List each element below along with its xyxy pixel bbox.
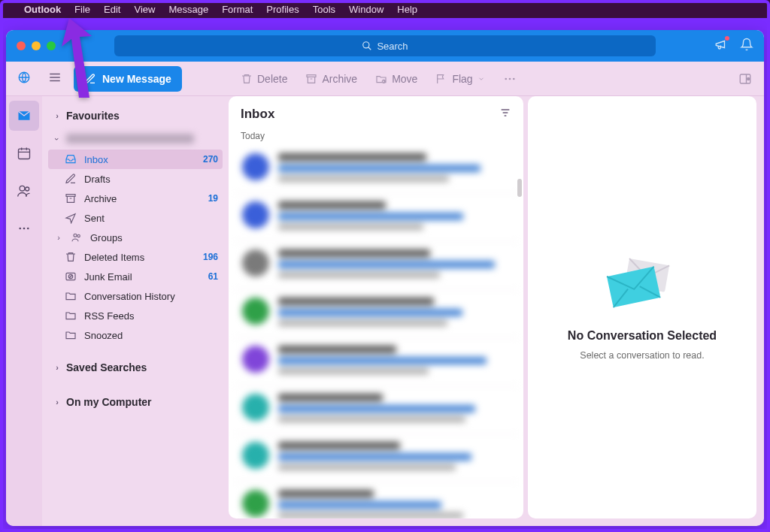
section-account[interactable]: ›: [48, 128, 223, 150]
rail-mail[interactable]: [9, 101, 39, 131]
mail-icon: [17, 108, 32, 123]
window-controls: [17, 41, 56, 50]
message-item[interactable]: [235, 386, 517, 434]
rail-more[interactable]: [9, 213, 39, 243]
compose-icon: [84, 73, 96, 85]
scrollbar-thumb[interactable]: [517, 179, 522, 197]
archive-icon: [65, 192, 77, 204]
menu-format[interactable]: Format: [222, 4, 253, 15]
window-minimize-button[interactable]: [32, 41, 41, 50]
chevron-right-icon: ›: [53, 397, 62, 407]
menu-message[interactable]: Message: [168, 4, 208, 15]
folder-archive[interactable]: Archive 19: [48, 189, 223, 208]
drafts-icon: [65, 173, 77, 185]
new-message-button[interactable]: New Message: [74, 66, 182, 92]
folder-pane: › Favourites › Inbox 270 Drafts Archive …: [42, 96, 229, 526]
svg-rect-14: [19, 149, 30, 159]
message-item[interactable]: [235, 434, 517, 482]
empty-state-subtitle: Select a conversation to read.: [580, 350, 704, 361]
svg-rect-23: [66, 195, 75, 197]
folder-deleted[interactable]: Deleted Items 196: [48, 247, 223, 267]
folder-snoozed[interactable]: Snoozed: [48, 325, 223, 345]
reading-pane-toggle-button[interactable]: [738, 72, 764, 86]
menu-help[interactable]: Help: [397, 4, 417, 15]
folder-drafts[interactable]: Drafts: [48, 169, 223, 189]
calendar-icon: [17, 146, 32, 161]
ellipsis-icon: [17, 222, 31, 235]
search-icon: [362, 41, 372, 51]
section-on-my-computer[interactable]: › On my Computer: [48, 390, 223, 414]
svg-point-21: [23, 228, 26, 230]
message-item[interactable]: [235, 482, 517, 518]
empty-state-title: No Conversation Selected: [568, 329, 717, 343]
window-titlebar: Search: [6, 30, 764, 62]
section-favourites[interactable]: › Favourites: [48, 104, 223, 128]
delete-button[interactable]: Delete: [241, 73, 287, 85]
menu-file[interactable]: File: [74, 4, 90, 15]
svg-point-8: [505, 77, 507, 80]
menu-window[interactable]: Window: [349, 4, 383, 15]
flag-icon: [435, 73, 447, 85]
window-close-button[interactable]: [17, 41, 26, 50]
folder-sent[interactable]: Sent: [48, 208, 223, 228]
toolbar: New Message Delete Archive Move Flag: [6, 62, 764, 96]
section-saved-searches[interactable]: › Saved Searches: [48, 355, 223, 379]
search-input[interactable]: Search: [114, 35, 656, 56]
whats-new-button[interactable]: [714, 38, 728, 54]
menu-edit[interactable]: Edit: [104, 4, 120, 15]
account-switcher-button[interactable]: [17, 71, 31, 87]
folder-junk[interactable]: Junk Email 61: [48, 267, 223, 286]
message-item[interactable]: [235, 338, 517, 386]
more-actions-button[interactable]: [503, 72, 517, 86]
window-zoom-button[interactable]: [47, 41, 56, 50]
toggle-sidebar-button[interactable]: [42, 71, 68, 87]
svg-point-19: [26, 187, 29, 191]
search-placeholder: Search: [377, 41, 408, 52]
message-item[interactable]: [235, 146, 517, 194]
message-list-pane: Inbox Today: [229, 96, 523, 518]
inbox-icon: [65, 153, 77, 165]
move-folder-icon: [375, 73, 387, 85]
notification-dot-icon: [725, 36, 729, 41]
svg-point-24: [74, 234, 77, 237]
move-button[interactable]: Move: [375, 73, 417, 85]
archive-button[interactable]: Archive: [305, 73, 357, 85]
chevron-down-icon: ›: [53, 135, 62, 144]
svg-rect-6: [307, 74, 316, 77]
rail-calendar[interactable]: [9, 138, 39, 168]
filter-button[interactable]: [499, 107, 511, 122]
svg-point-9: [508, 77, 511, 80]
trash-icon: [241, 73, 253, 85]
message-item[interactable]: [235, 194, 517, 242]
hamburger-icon: [48, 71, 62, 84]
menu-tools[interactable]: Tools: [313, 4, 335, 15]
rail-people[interactable]: [9, 176, 39, 206]
message-item[interactable]: [235, 290, 517, 338]
folder-conversation-history[interactable]: Conversation History: [48, 286, 223, 306]
people-icon: [17, 183, 32, 198]
folder-inbox[interactable]: Inbox 270: [48, 150, 223, 169]
folder-icon: [65, 329, 77, 341]
ellipsis-icon: [503, 72, 517, 86]
svg-point-20: [19, 228, 21, 230]
folder-groups[interactable]: › Groups: [48, 228, 223, 247]
menu-view[interactable]: View: [134, 4, 155, 15]
svg-point-22: [27, 228, 29, 230]
macos-menubar: Outlook File Edit View Message Format Pr…: [0, 0, 770, 18]
menu-profiles[interactable]: Profiles: [266, 4, 299, 15]
svg-point-10: [513, 77, 515, 80]
svg-point-0: [363, 42, 369, 48]
flag-button[interactable]: Flag: [435, 73, 484, 85]
svg-line-28: [69, 275, 72, 278]
notifications-button[interactable]: [740, 38, 753, 54]
bell-icon: [740, 38, 753, 51]
new-message-label: New Message: [102, 73, 171, 85]
chevron-right-icon: ›: [54, 233, 63, 242]
message-item[interactable]: [235, 242, 517, 290]
chevron-down-icon: [477, 75, 485, 83]
folder-icon: [65, 290, 77, 302]
menu-app-outlook[interactable]: Outlook: [24, 4, 61, 15]
chevron-right-icon: ›: [53, 363, 62, 372]
folder-rss[interactable]: RSS Feeds: [48, 306, 223, 325]
panel-icon: [738, 72, 752, 86]
